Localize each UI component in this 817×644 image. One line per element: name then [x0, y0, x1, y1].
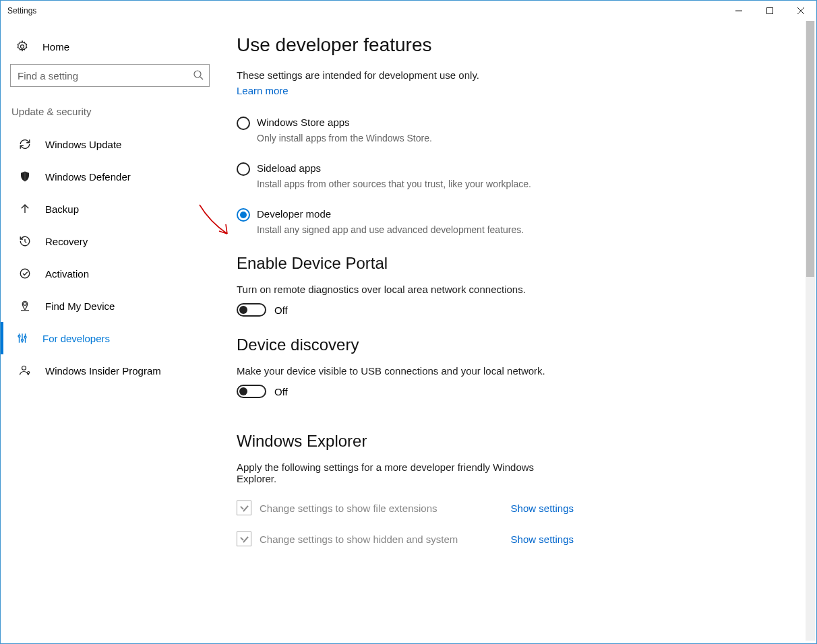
- shield-icon: [17, 170, 33, 183]
- sidebar-item-label: Activation: [45, 268, 89, 280]
- radio-windows-store-apps[interactable]: Windows Store apps Only install apps fro…: [237, 117, 614, 143]
- windows-explorer-heading: Windows Explorer: [237, 432, 816, 451]
- vertical-scrollbar[interactable]: [806, 21, 815, 641]
- radio-developer-mode[interactable]: Developer mode Install any signed app an…: [237, 208, 614, 235]
- sidebar-item-label: Windows Insider Program: [45, 365, 161, 377]
- window-controls: [723, 1, 816, 21]
- show-settings-link[interactable]: Show settings: [511, 534, 574, 545]
- sidebar-item-label: Windows Defender: [45, 171, 131, 183]
- sidebar-item-label: Backup: [45, 203, 79, 215]
- home-label: Home: [42, 41, 69, 53]
- search-icon: [193, 69, 204, 82]
- svg-point-20: [22, 366, 26, 370]
- sidebar-item-label: Find My Device: [45, 300, 115, 312]
- explorer-setting-label: Change settings to show file extensions: [260, 503, 511, 514]
- arrow-up-icon: [17, 203, 33, 215]
- sidebar-item-windows-insider[interactable]: Windows Insider Program: [10, 354, 216, 387]
- svg-rect-7: [24, 172, 26, 181]
- window-title: Settings: [1, 6, 723, 15]
- close-button[interactable]: [785, 1, 816, 21]
- radio-desc: Only install apps from the Windows Store…: [257, 133, 553, 143]
- windows-explorer-desc: Apply the following settings for a more …: [237, 461, 547, 484]
- sidebar-item-label: Windows Update: [45, 139, 121, 150]
- sidebar-item-windows-defender[interactable]: Windows Defender: [10, 160, 216, 193]
- checkbox-icon[interactable]: [237, 532, 251, 546]
- page-intro: These settings are intended for developm…: [237, 69, 816, 81]
- svg-rect-1: [767, 8, 773, 14]
- device-discovery-desc: Make your device visible to USB connecti…: [237, 365, 547, 377]
- device-discovery-heading: Device discovery: [237, 335, 816, 354]
- home-button[interactable]: Home: [10, 34, 216, 64]
- search-placeholder: Find a setting: [18, 70, 193, 82]
- radio-sideload-apps[interactable]: Sideload apps Install apps from other so…: [237, 162, 614, 189]
- sidebar-item-label: For developers: [42, 333, 110, 344]
- svg-point-17: [18, 335, 20, 337]
- location-icon: [17, 300, 33, 312]
- check-circle-icon: [17, 267, 33, 280]
- explorer-setting-label: Change settings to show hidden and syste…: [260, 534, 511, 545]
- dev-feature-radio-group: Windows Store apps Only install apps fro…: [237, 117, 816, 235]
- sidebar-item-windows-update[interactable]: Windows Update: [10, 128, 216, 160]
- radio-icon[interactable]: [237, 162, 250, 176]
- radio-icon[interactable]: [237, 117, 250, 130]
- svg-point-12: [24, 302, 27, 306]
- radio-label: Windows Store apps: [257, 117, 350, 128]
- svg-point-21: [28, 372, 30, 374]
- sidebar-item-backup[interactable]: Backup: [10, 193, 216, 225]
- show-settings-link[interactable]: Show settings: [511, 503, 574, 514]
- radio-desc: Install any signed app and use advanced …: [257, 224, 553, 235]
- device-portal-desc: Turn on remote diagnostics over local ar…: [237, 284, 547, 295]
- scrollbar-thumb[interactable]: [806, 21, 814, 277]
- toggle-state-label: Off: [274, 386, 288, 397]
- maximize-button[interactable]: [754, 1, 785, 21]
- svg-point-11: [20, 269, 30, 278]
- sidebar-item-activation[interactable]: Activation: [10, 257, 216, 290]
- minimize-button[interactable]: [723, 1, 754, 21]
- svg-point-19: [24, 336, 26, 338]
- sync-icon: [17, 138, 33, 150]
- explorer-setting-row: Change settings to show file extensions …: [237, 492, 574, 523]
- explorer-setting-row: Change settings to show hidden and syste…: [237, 523, 574, 554]
- search-input[interactable]: Find a setting: [10, 64, 210, 87]
- radio-icon[interactable]: [237, 208, 250, 222]
- person-icon: [17, 364, 33, 377]
- content-panel: Use developer features These settings ar…: [216, 21, 816, 643]
- sidebar-item-find-my-device[interactable]: Find My Device: [10, 290, 216, 322]
- titlebar: Settings: [1, 1, 816, 21]
- svg-line-10: [25, 242, 26, 243]
- gear-icon: [14, 40, 30, 53]
- sidebar-item-for-developers[interactable]: For developers: [1, 322, 207, 354]
- sliders-icon: [14, 332, 30, 344]
- page-heading: Use developer features: [237, 34, 816, 56]
- left-panel: Home Find a setting Update & security Wi…: [1, 21, 216, 643]
- history-icon: [17, 235, 33, 247]
- checkbox-icon[interactable]: [237, 501, 251, 515]
- device-portal-toggle[interactable]: [237, 303, 266, 317]
- sidebar-item-recovery[interactable]: Recovery: [10, 225, 216, 257]
- svg-line-6: [200, 77, 203, 79]
- radio-label: Developer mode: [257, 208, 331, 220]
- sidebar-item-label: Recovery: [45, 236, 88, 247]
- svg-point-5: [194, 71, 201, 77]
- device-portal-heading: Enable Device Portal: [237, 254, 816, 273]
- toggle-state-label: Off: [274, 304, 288, 316]
- radio-desc: Install apps from other sources that you…: [257, 179, 553, 189]
- radio-label: Sideload apps: [257, 162, 321, 174]
- section-label: Update & security: [10, 106, 216, 117]
- learn-more-link[interactable]: Learn more: [237, 85, 816, 96]
- svg-point-18: [22, 340, 24, 342]
- svg-point-4: [21, 45, 24, 49]
- device-discovery-toggle[interactable]: [237, 385, 266, 398]
